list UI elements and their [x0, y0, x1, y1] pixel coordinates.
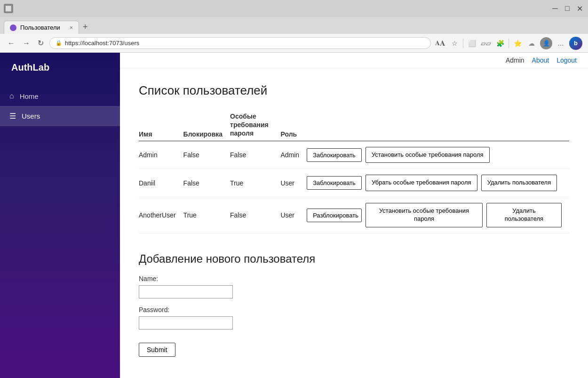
- refresh-button[interactable]: ↻: [36, 38, 46, 48]
- sidebar-item-home-label: Home: [20, 92, 39, 100]
- user-role: User: [280, 197, 307, 233]
- nav-username: Admin: [506, 56, 524, 64]
- sidebar-item-users-label: Users: [22, 112, 40, 120]
- close-button[interactable]: ✕: [575, 4, 584, 13]
- tab-bar: Пользователи × +: [0, 17, 588, 34]
- bing-button[interactable]: b: [569, 37, 582, 50]
- tab-close-button[interactable]: ×: [70, 24, 73, 31]
- divider-2: [509, 39, 509, 48]
- user-role: Admin: [280, 141, 307, 169]
- collections-icon[interactable]: ⭐: [512, 38, 523, 49]
- forward-button[interactable]: →: [21, 38, 32, 48]
- sidebar-brand: AuthLab: [0, 53, 120, 82]
- delete-user-button[interactable]: Удалить пользователя: [481, 175, 557, 191]
- new-tab-button[interactable]: +: [79, 20, 92, 34]
- user-actions: Заблокировать Убрать особые требования п…: [307, 169, 569, 197]
- copilot-icon[interactable]: ☁: [526, 38, 537, 49]
- address-bar: ← → ↻ 🔒 https://localhost:7073/users 𝐀𝐀 …: [0, 34, 588, 53]
- extensions-icon[interactable]: 🧩: [494, 38, 506, 49]
- browser-icon: ⬜: [4, 4, 13, 13]
- add-user-section: Добавление нового пользователя Name: Pas…: [139, 252, 569, 357]
- users-section-title: Список пользователей: [139, 83, 569, 98]
- tab-favicon: [10, 24, 16, 31]
- top-nav-links: Admin About Logout: [506, 56, 577, 64]
- tab-title: Пользователи: [20, 24, 60, 31]
- browser-wallet-icon[interactable]: ⬜: [466, 38, 477, 49]
- toolbar-icons: 𝐀𝐀 ☆ ⬜ ▱▱ 🧩 ⭐ ☁ 👤 … b: [435, 37, 582, 50]
- about-link[interactable]: About: [532, 56, 549, 64]
- password-form-group: Password:: [139, 306, 569, 330]
- user-blocked: True: [183, 197, 230, 233]
- read-mode-icon[interactable]: 𝐀𝐀: [435, 38, 446, 49]
- name-label: Name:: [139, 275, 569, 282]
- home-icon: ⌂: [9, 92, 14, 100]
- browser-tab[interactable]: Пользователи ×: [4, 21, 79, 34]
- users-table: Имя Блокировка Особые требования пароля …: [139, 109, 569, 233]
- remove-special-button[interactable]: Убрать особые требования пароля: [366, 175, 477, 191]
- add-user-title: Добавление нового пользователя: [139, 252, 569, 265]
- set-special-button-2[interactable]: Установить особые требования пароля: [366, 203, 483, 227]
- divider-1: [463, 39, 463, 48]
- sidebar-nav: ⌂ Home ☰ Users: [0, 82, 120, 378]
- name-form-group: Name:: [139, 275, 569, 298]
- block-user-button[interactable]: Заблокировать: [307, 148, 362, 162]
- user-name: AnotherUser: [139, 197, 183, 233]
- sidebar-item-users[interactable]: ☰ Users: [0, 106, 120, 126]
- col-blocked: Блокировка: [183, 109, 230, 141]
- users-icon: ☰: [9, 112, 16, 121]
- address-input[interactable]: 🔒 https://localhost:7073/users: [49, 37, 431, 49]
- delete-user-button-2[interactable]: Удалить пользователя: [486, 203, 562, 227]
- col-special: Особые требования пароля: [230, 109, 280, 141]
- table-row: Daniil False True User Заблокировать Убр…: [139, 169, 569, 197]
- user-special: False: [230, 141, 280, 169]
- user-blocked: False: [183, 169, 230, 197]
- favorites-icon[interactable]: ☆: [449, 38, 460, 49]
- table-row: Admin False False Admin Заблокировать Ус…: [139, 141, 569, 169]
- page-wrapper: Admin About Logout Список пользователей …: [120, 53, 588, 378]
- profile-icon[interactable]: 👤: [540, 37, 552, 49]
- col-actions: [307, 109, 569, 141]
- title-bar: ⬜ ─ □ ✕: [0, 0, 588, 17]
- user-name: Admin: [139, 141, 183, 169]
- submit-button[interactable]: Submit: [139, 343, 175, 357]
- window-controls: ─ □ ✕: [550, 4, 584, 13]
- user-name: Daniil: [139, 169, 183, 197]
- more-options-button[interactable]: …: [555, 38, 566, 49]
- sidebar-item-home[interactable]: ⌂ Home: [0, 86, 120, 106]
- main-content: Список пользователей Имя Блокировка Особ…: [120, 68, 588, 378]
- user-actions: Разблокировать Установить особые требова…: [307, 197, 569, 233]
- top-navbar: Admin About Logout: [120, 53, 588, 68]
- back-button[interactable]: ←: [6, 38, 17, 48]
- user-special: True: [230, 169, 280, 197]
- table-row: AnotherUser True False User Разблокирова…: [139, 197, 569, 233]
- url-text: https://localhost:7073/users: [65, 40, 139, 47]
- password-label: Password:: [139, 306, 569, 314]
- minimize-button[interactable]: ─: [550, 4, 560, 13]
- password-input[interactable]: [139, 316, 233, 330]
- block-user-button[interactable]: Заблокировать: [307, 176, 362, 190]
- col-role: Роль: [280, 109, 307, 141]
- app-container: AuthLab ⌂ Home ☰ Users Admin About Logou…: [0, 53, 588, 378]
- maximize-button[interactable]: □: [563, 4, 572, 13]
- logout-link[interactable]: Logout: [556, 56, 577, 64]
- user-special: False: [230, 197, 280, 233]
- user-blocked: False: [183, 141, 230, 169]
- name-input[interactable]: [139, 285, 233, 298]
- user-role: User: [280, 169, 307, 197]
- lock-icon: 🔒: [56, 40, 62, 46]
- unblock-user-button[interactable]: Разблокировать: [307, 209, 362, 222]
- set-special-button[interactable]: Установить особые требования пароля: [366, 147, 490, 163]
- col-name: Имя: [139, 109, 183, 141]
- split-screen-icon[interactable]: ▱▱: [480, 38, 492, 49]
- browser-chrome: ⬜ ─ □ ✕ Пользователи × + ← → ↻ 🔒 https:/…: [0, 0, 588, 53]
- user-actions: Заблокировать Установить особые требован…: [307, 141, 569, 169]
- sidebar: AuthLab ⌂ Home ☰ Users: [0, 53, 120, 378]
